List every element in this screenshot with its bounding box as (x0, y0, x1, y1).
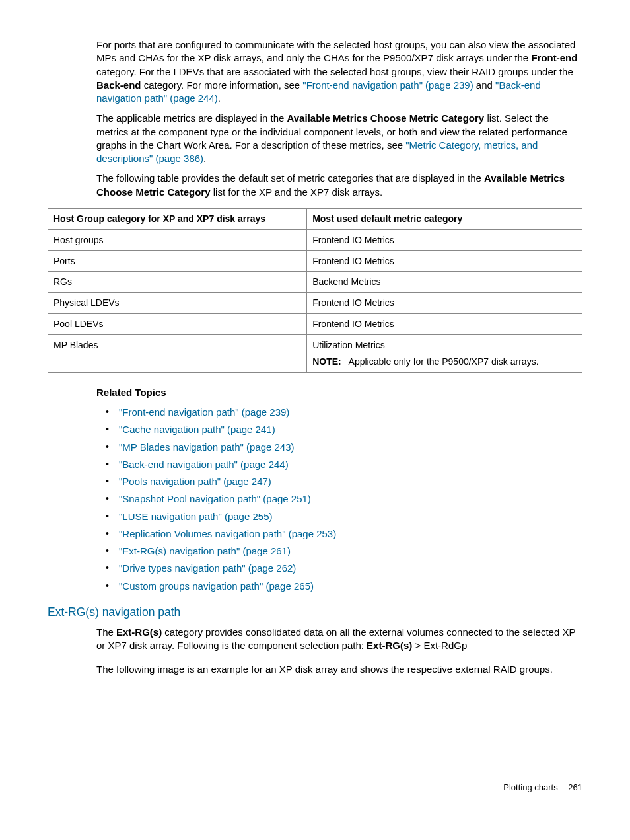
list-item: "Cache navigation path" (page 241) (96, 423, 582, 436)
paragraph-ports: For ports that are configured to communi… (96, 38, 582, 105)
note-label: NOTE: (312, 356, 341, 367)
list-item: "Pools navigation path" (page 247) (96, 475, 582, 488)
table-cell: Backend Metrics (307, 272, 582, 293)
table-header: Most used default metric category (307, 208, 582, 229)
table-cell: Physical LDEVs (48, 293, 307, 314)
paragraph-table-intro: The following table provides the default… (96, 172, 582, 199)
list-item: "Snapshot Pool navigation path" (page 25… (96, 492, 582, 506)
table-header: Host Group category for XP and XP7 disk … (48, 208, 307, 229)
link-related[interactable]: "Snapshot Pool navigation path" (page 25… (119, 493, 311, 504)
bold-ext-rg: Ext-RG(s) (367, 640, 412, 651)
note-text: Applicable only for the P9500/XP7 disk a… (349, 356, 539, 367)
table-cell: Frontend IO Metrics (307, 250, 582, 272)
table-cell: Pool LDEVs (48, 314, 307, 335)
bold-frontend: Front-end (531, 52, 577, 63)
related-topics-list: "Front-end navigation path" (page 239) "… (96, 406, 582, 593)
table-header-row: Host Group category for XP and XP7 disk … (48, 208, 582, 229)
table-cell: MP Blades (48, 335, 307, 373)
link-related[interactable]: "Ext-RG(s) navigation path" (page 261) (119, 545, 291, 556)
link-related[interactable]: "Custom groups navigation path" (page 26… (119, 580, 314, 592)
list-item: "Drive types navigation path" (page 262) (96, 562, 582, 575)
table-cell: Frontend IO Metrics (307, 293, 582, 314)
table-cell: Utilization Metrics NOTE: Applicable onl… (307, 335, 582, 373)
footer-label: Plotting charts (503, 783, 557, 792)
table-row: Pool LDEVs Frontend IO Metrics (48, 314, 582, 335)
link-related[interactable]: "LUSE navigation path" (page 255) (119, 511, 272, 522)
metrics-table: Host Group category for XP and XP7 disk … (48, 208, 582, 373)
paragraph-metrics: The applicable metrics are displayed in … (96, 112, 582, 165)
link-related[interactable]: "MP Blades navigation path" (page 243) (119, 441, 295, 453)
text: . (218, 93, 221, 104)
section-heading-ext-rg: Ext-RG(s) navigation path (48, 605, 582, 621)
link-related[interactable]: "Drive types navigation path" (page 262) (119, 562, 296, 574)
text: > Ext-RdGp (412, 640, 467, 651)
related-topics-heading: Related Topics (96, 386, 582, 399)
table-cell: Ports (48, 250, 307, 272)
text: and (473, 79, 495, 91)
text: The applicable metrics are displayed in … (96, 112, 287, 124)
page-footer: Plotting charts 261 (48, 782, 582, 794)
link-related[interactable]: "Replication Volumes navigation path" (p… (119, 528, 336, 539)
table-row: MP Blades Utilization Metrics NOTE: Appl… (48, 335, 582, 373)
link-related[interactable]: "Pools navigation path" (page 247) (119, 476, 271, 487)
table-cell: Frontend IO Metrics (307, 314, 582, 335)
table-row: RGs Backend Metrics (48, 272, 582, 293)
text: category. For more information, see (141, 79, 303, 91)
list-item: "MP Blades navigation path" (page 243) (96, 441, 582, 454)
table-row: Ports Frontend IO Metrics (48, 250, 582, 272)
bold-available-metrics: Available Metrics Choose Metric Category (287, 112, 485, 124)
table-cell: RGs (48, 272, 307, 293)
text: The following table provides the default… (96, 172, 484, 184)
text: category. For the LDEVs that are associa… (96, 66, 573, 77)
text: The (96, 627, 116, 638)
list-item: "Replication Volumes navigation path" (p… (96, 527, 582, 541)
table-row: Physical LDEVs Frontend IO Metrics (48, 293, 582, 314)
text: For ports that are configured to communi… (96, 39, 575, 63)
paragraph-ext-rg: The Ext-RG(s) category provides consolid… (96, 626, 582, 653)
bold-backend: Back-end (96, 79, 141, 91)
table-row: Host groups Frontend IO Metrics (48, 229, 582, 250)
link-related[interactable]: "Cache navigation path" (page 241) (119, 424, 275, 435)
list-item: "LUSE navigation path" (page 255) (96, 510, 582, 523)
table-cell-value: Utilization Metrics (312, 339, 577, 352)
link-related[interactable]: "Back-end navigation path" (page 244) (119, 459, 289, 470)
list-item: "Custom groups navigation path" (page 26… (96, 580, 582, 593)
table-cell: Frontend IO Metrics (307, 229, 582, 250)
text: . (203, 153, 206, 164)
list-item: "Ext-RG(s) navigation path" (page 261) (96, 545, 582, 558)
bold-ext-rg: Ext-RG(s) (116, 627, 162, 638)
link-related[interactable]: "Front-end navigation path" (page 239) (119, 406, 289, 418)
list-item: "Back-end navigation path" (page 244) (96, 458, 582, 471)
table-cell-note: NOTE: Applicable only for the P9500/XP7 … (312, 356, 577, 368)
text: list for the XP and the XP7 disk arrays. (211, 186, 383, 198)
table-cell: Host groups (48, 229, 307, 250)
link-frontend-nav[interactable]: "Front-end navigation path" (page 239) (302, 79, 473, 91)
footer-page-number: 261 (568, 783, 582, 792)
paragraph-image-intro: The following image is an example for an… (96, 663, 582, 676)
text: category provides consolidated data on a… (96, 627, 575, 651)
list-item: "Front-end navigation path" (page 239) (96, 406, 582, 419)
